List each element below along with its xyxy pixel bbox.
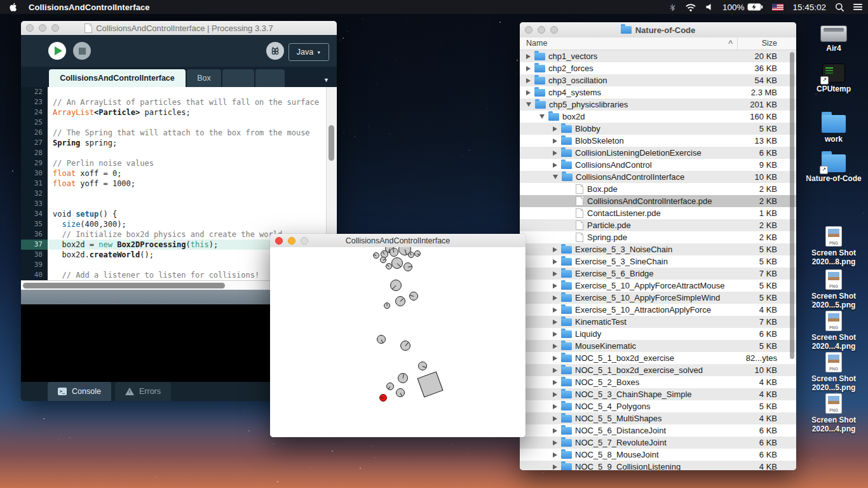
desktop-icon-cputemp[interactable]: ↗CPUtemp [802, 64, 865, 93]
table-row[interactable]: NOC_5_7_RevoluteJoint6 KB [520, 437, 796, 449]
close-button[interactable] [525, 26, 532, 34]
disclosure-triangle-icon[interactable] [553, 163, 557, 168]
stop-button[interactable] [73, 42, 91, 60]
table-row[interactable]: MouseKinematic5 KB [520, 340, 796, 352]
desktop-icon-screen-shot-2020-5-png[interactable]: PNGScreen Shot 2020...5.png [802, 352, 865, 392]
finder-scrollbar-thumb[interactable] [790, 52, 794, 359]
menu-bar-clock[interactable]: 15:45:02 [792, 3, 826, 12]
editor-tab[interactable] [222, 69, 254, 87]
disclosure-triangle-icon[interactable] [553, 404, 557, 409]
tab-overflow-icon[interactable]: ▼ [323, 77, 329, 83]
table-row[interactable]: BlobSkeleton13 KB [520, 135, 796, 147]
disclosure-triangle-icon[interactable] [553, 283, 557, 288]
zoom-button[interactable] [550, 26, 558, 34]
table-row[interactable]: Exercise_5_10_ApplyForceSimpleWind5 KB [520, 292, 796, 304]
table-row[interactable]: KinematicTest7 KB [520, 316, 796, 328]
desktop-icon-nature-of-code[interactable]: ↗Nature-of-Code [802, 151, 865, 183]
desktop-icon-screen-shot-2020-5-png[interactable]: PNGScreen Shot 2020...5.png [802, 269, 865, 309]
bluetooth-icon[interactable] [668, 3, 676, 12]
run-button[interactable] [48, 42, 66, 60]
table-row[interactable]: Blobby5 KB [520, 123, 796, 135]
notification-center-icon[interactable] [853, 3, 863, 11]
disclosure-triangle-icon[interactable] [553, 368, 557, 373]
code-line[interactable]: 32 [21, 189, 337, 199]
table-row[interactable]: box2d160 KB [520, 111, 796, 123]
table-row[interactable]: NOC_5_4_Polygons5 KB [520, 400, 796, 412]
desktop-icon-screen-shot-2020-8-png[interactable]: PNGScreen Shot 2020...8.png [802, 226, 865, 266]
disclosure-triangle-icon[interactable] [553, 175, 558, 179]
zoom-button[interactable] [51, 24, 59, 32]
table-row[interactable]: chp2_forces36 KB [520, 62, 796, 74]
wifi-icon[interactable] [685, 3, 696, 11]
processing-title-bar[interactable]: CollisionsAndControlInterface | Processi… [21, 21, 337, 36]
code-line[interactable]: 26// The Spring that will attach to the … [21, 128, 337, 138]
disclosure-triangle-icon[interactable] [553, 308, 557, 313]
finder-title-bar[interactable]: Nature-of-Code [520, 22, 796, 38]
table-row[interactable]: Spring.pde2 KB [520, 231, 796, 243]
table-row[interactable]: chp1_vectors20 KB [520, 50, 796, 62]
table-row[interactable]: NOC_5_6_DistanceJoint6 KB [520, 424, 796, 437]
disclosure-triangle-icon[interactable] [526, 54, 531, 59]
tab-errors[interactable]: Errors [115, 382, 171, 401]
table-row[interactable]: Liquidy6 KB [520, 328, 796, 340]
disclosure-triangle-icon[interactable] [526, 102, 531, 107]
disclosure-triangle-icon[interactable] [526, 90, 531, 95]
table-row[interactable]: NOC_5_1_box2d_exercise82...ytes [520, 352, 796, 364]
column-header-size[interactable]: Size [762, 39, 777, 48]
disclosure-triangle-icon[interactable] [553, 428, 557, 433]
table-row[interactable]: CollisionListeningDeletionExercise6 KB [520, 147, 796, 159]
table-row[interactable]: NOC_5_9_CollisionListening4 KB [520, 461, 796, 470]
table-row[interactable]: Exercise_5_3_NoiseChain5 KB [520, 243, 796, 255]
disclosure-triangle-icon[interactable] [553, 271, 557, 276]
debug-button[interactable] [266, 42, 284, 60]
minimize-button[interactable] [39, 24, 46, 32]
minimize-button[interactable] [538, 26, 545, 34]
disclosure-triangle-icon[interactable] [526, 66, 531, 71]
scrollbar-thumb[interactable] [329, 125, 334, 161]
apple-menu-icon[interactable] [9, 2, 17, 12]
disclosure-triangle-icon[interactable] [553, 332, 557, 337]
disclosure-triangle-icon[interactable] [553, 416, 557, 421]
minimize-button[interactable] [288, 237, 295, 245]
sketch-title-bar[interactable]: CollisionsAndControlInterface [270, 234, 526, 248]
code-line[interactable]: 35 size(400,300); [21, 219, 337, 229]
disclosure-triangle-icon[interactable] [553, 356, 557, 361]
table-row[interactable]: ContactListener.pde1 KB [520, 207, 796, 219]
table-row[interactable]: NOC_5_1_box2d_exercise_solved10 KB [520, 364, 796, 376]
active-app-name[interactable]: CollisionsAndControlInterface [29, 3, 150, 12]
input-source-flag-icon[interactable] [772, 4, 783, 11]
disclosure-triangle-icon[interactable] [553, 139, 557, 144]
code-line[interactable]: 28 [21, 148, 337, 158]
table-row[interactable]: Box.pde2 KB [520, 183, 796, 195]
table-row[interactable]: CollisionsAndControlInterface10 KB [520, 171, 796, 183]
editor-tab-collisionsandcontrolinterface[interactable]: CollisionsAndControlInterface [49, 69, 186, 87]
spotlight-search-icon[interactable] [835, 3, 844, 12]
table-row[interactable]: Exercise_5_10_ApplyForceAttractMouse5 KB [520, 280, 796, 292]
disclosure-triangle-icon[interactable] [553, 320, 557, 325]
zoom-button[interactable] [301, 237, 308, 245]
table-row[interactable]: Exercise_5_6_Bridge7 KB [520, 268, 796, 280]
disclosure-triangle-icon[interactable] [553, 392, 557, 397]
disclosure-triangle-icon[interactable] [553, 151, 557, 156]
code-line[interactable]: 33 [21, 199, 337, 209]
code-line[interactable]: 30float xoff = 0; [21, 168, 337, 179]
sort-direction-icon[interactable]: ^ [728, 39, 733, 48]
code-line[interactable]: 22 [21, 87, 337, 97]
table-row[interactable]: CollisionsAndControl9 KB [520, 159, 796, 171]
editor-tab-box[interactable]: Box [187, 69, 221, 87]
table-row[interactable]: Particle.pde2 KB [520, 219, 796, 231]
code-line[interactable]: 24ArrayList<Particle> particles; [21, 107, 337, 118]
disclosure-triangle-icon[interactable] [553, 295, 557, 301]
close-button[interactable] [275, 237, 283, 245]
mode-selector-dropdown[interactable]: Java ▼ [288, 43, 329, 61]
disclosure-triangle-icon[interactable] [553, 452, 557, 458]
battery-icon[interactable] [747, 3, 763, 11]
code-line[interactable]: 25 [21, 118, 337, 128]
table-row[interactable]: NOC_5_8_MouseJoint6 KB [520, 449, 796, 461]
column-header-name[interactable]: Name [526, 39, 547, 48]
editor-tab[interactable] [255, 69, 285, 87]
code-line[interactable]: 29// Perlin noise values [21, 158, 337, 168]
disclosure-triangle-icon[interactable] [526, 78, 531, 83]
disclosure-triangle-icon[interactable] [553, 126, 557, 132]
code-line[interactable]: 27Spring spring; [21, 138, 337, 148]
